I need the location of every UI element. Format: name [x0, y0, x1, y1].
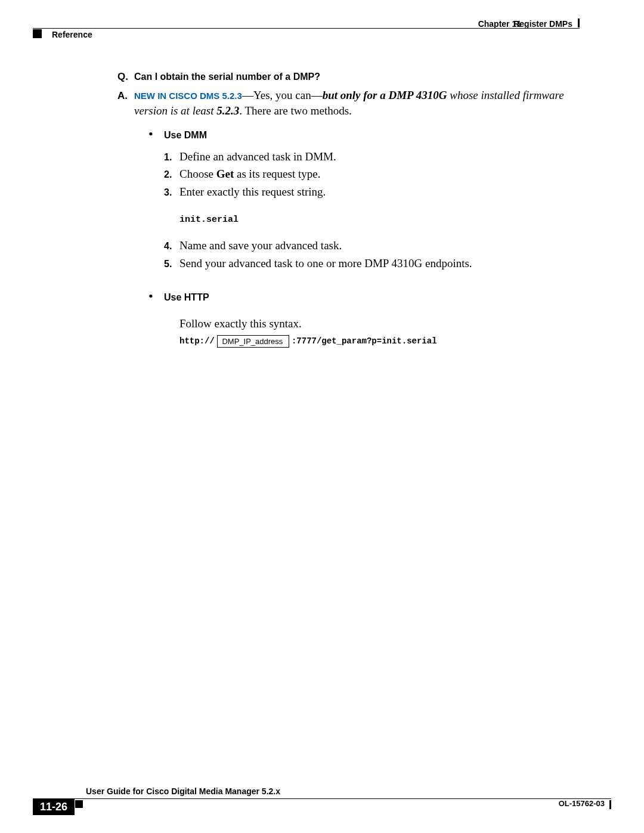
- footer-marker-right: [609, 800, 611, 809]
- http-prefix: http://: [179, 336, 215, 347]
- step-2-num: 2.: [164, 168, 179, 181]
- step-5-num: 5.: [164, 258, 179, 271]
- step-4-text: Name and save your advanced task.: [179, 238, 580, 253]
- step-3: 3. Enter exactly this request string.: [164, 184, 580, 200]
- step-2-bold: Get: [216, 168, 234, 180]
- step-5-text: Send your advanced task to one or more D…: [179, 256, 580, 271]
- use-http-section: • Use HTTP Follow exactly this syntax. h…: [148, 290, 580, 348]
- step-1-num: 1.: [164, 151, 179, 164]
- use-dmm-section: • Use DMM 1. Define an advanced task in …: [148, 128, 580, 271]
- bullet-icon-2: •: [148, 290, 164, 303]
- ip-address-box: DMP_IP_address: [217, 335, 289, 348]
- q-text: Can I obtain the serial number of a DMP?: [134, 70, 320, 83]
- use-dmm-heading: Use DMM: [164, 129, 207, 142]
- step-1: 1. Define an advanced task in DMM.: [164, 149, 580, 165]
- bullet-icon: •: [148, 128, 164, 141]
- a-text: NEW IN CISCO DMS 5.2.3—Yes, you can—but …: [134, 88, 580, 118]
- use-http-heading: Use HTTP: [164, 291, 209, 304]
- step-5: 5. Send your advanced task to one or mor…: [164, 256, 580, 271]
- dash1: —: [242, 89, 253, 101]
- footer-rule: [64, 798, 611, 799]
- dash2: —: [311, 89, 323, 101]
- use-dmm-steps: 1. Define an advanced task in DMM. 2. Ch…: [164, 149, 580, 200]
- a-tail: . There are two methods.: [239, 104, 352, 117]
- step-3-text: Enter exactly this request string.: [179, 184, 580, 200]
- header-square-left: [33, 29, 42, 38]
- code-init-serial: init.serial: [179, 214, 580, 226]
- answer-row: A. NEW IN CISCO DMS 5.2.3—Yes, you can—b…: [117, 88, 580, 118]
- step-4-num: 4.: [164, 240, 179, 253]
- a-ver: 5.2.3: [216, 104, 239, 117]
- use-dmm-steps-cont: 4. Name and save your advanced task. 5. …: [164, 238, 580, 271]
- step-1-text: Define an advanced task in DMM.: [179, 149, 580, 165]
- a-yes: Yes, you can: [253, 89, 311, 101]
- step-2-pre: Choose: [179, 168, 216, 180]
- header-marker-right: [578, 18, 580, 27]
- http-suffix: :7777/get_param?p=init.serial: [292, 336, 437, 347]
- question-row: Q. Can I obtain the serial number of a D…: [117, 70, 580, 84]
- use-dmm-bullet: • Use DMM: [148, 128, 580, 142]
- a-but-only: but only for a DMP 4310G: [323, 89, 447, 101]
- footer-square: [75, 800, 83, 808]
- a-label: A.: [117, 89, 134, 103]
- content: Q. Can I obtain the serial number of a D…: [117, 70, 580, 348]
- footer-doc-id: OL-15762-03: [559, 798, 605, 809]
- footer-guide: User Guide for Cisco Digital Media Manag…: [86, 786, 280, 797]
- q-label: Q.: [117, 70, 134, 84]
- step-2-post: as its request type.: [234, 168, 320, 180]
- footer-page: 11-26: [33, 798, 75, 815]
- step-2-text: Choose Get as its request type.: [179, 166, 580, 182]
- follow-syntax: Follow exactly this syntax.: [179, 316, 580, 332]
- step-3-num: 3.: [164, 186, 179, 199]
- new-in-badge: NEW IN CISCO DMS 5.2.3: [134, 91, 242, 101]
- step-2: 2. Choose Get as its request type.: [164, 166, 580, 182]
- step-4: 4. Name and save your advanced task.: [164, 238, 580, 253]
- header-title: Register DMPs: [513, 18, 572, 30]
- http-syntax: http:// DMP_IP_address :7777/get_param?p…: [179, 335, 580, 348]
- use-http-bullet: • Use HTTP: [148, 290, 580, 304]
- header-section: Reference: [52, 29, 92, 41]
- page: Chapter 11 Register DMPs Reference Q. Ca…: [0, 0, 644, 833]
